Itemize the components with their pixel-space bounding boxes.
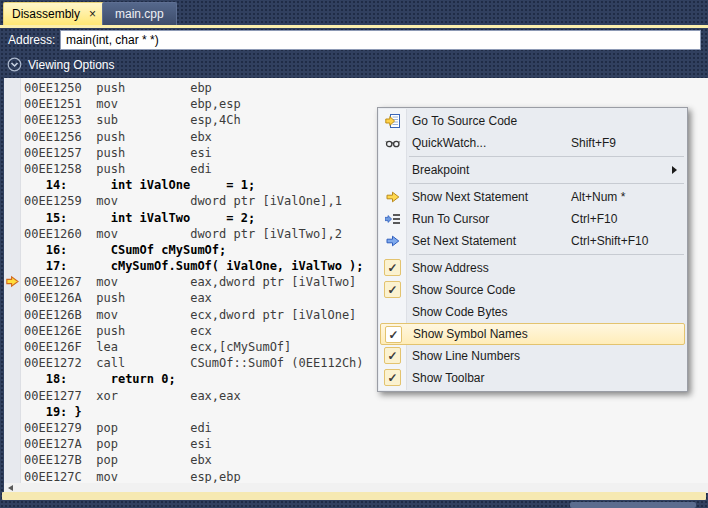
document-tab-bar: Disassembly × main.cpp (0, 0, 708, 25)
source-line: 19: } (24, 404, 364, 420)
viewing-options-header[interactable]: Viewing Options (0, 52, 708, 78)
menu-item-show-line-numbers[interactable]: ✓Show Line Numbers (380, 345, 685, 367)
instruction-pointer-icon (6, 274, 19, 287)
asm-line: 00EE1272 call CSumOf::SumOf (0EE112Ch) (24, 355, 364, 371)
address-input[interactable] (60, 30, 701, 50)
menu-item-show-next-statement[interactable]: Show Next StatementAlt+Num * (380, 186, 685, 208)
menu-item-label: Show Line Numbers (412, 349, 520, 363)
tab-main-cpp[interactable]: main.cpp (102, 2, 177, 25)
asm-line: 00EE126B mov ecx,dword ptr [iValOne] (24, 307, 364, 323)
menu-item-show-symbol-names[interactable]: ✓Show Symbol Names (380, 323, 685, 345)
menu-separator (409, 254, 684, 255)
menu-item-show-code-bytes[interactable]: Show Code Bytes (380, 301, 685, 323)
chevron-down-icon[interactable] (7, 57, 22, 72)
set-next-statement-icon (384, 232, 402, 250)
menu-shortcut: Alt+Num * (571, 190, 625, 204)
menu-shortcut: Ctrl+F10 (571, 212, 617, 226)
checkmark-icon: ✓ (384, 281, 401, 298)
menu-item-breakpoint[interactable]: Breakpoint (380, 159, 685, 181)
menu-item-set-next-statement[interactable]: Set Next StatementCtrl+Shift+F10 (380, 230, 685, 252)
close-icon[interactable]: × (89, 9, 96, 19)
asm-line: 00EE126E push ecx (24, 323, 364, 339)
menu-item-label: Show Address (412, 261, 489, 275)
source-line: 18: return 0; (24, 371, 364, 387)
address-toolbar: Address: (0, 28, 708, 52)
asm-line: 00EE1251 mov ebp,esp (24, 96, 364, 112)
menu-shortcut: Shift+F9 (571, 136, 616, 150)
context-menu: Go To Source CodeQuickWatch...Shift+F9Br… (377, 107, 688, 392)
asm-line: 00EE1267 mov eax,dword ptr [iValTwo] (24, 274, 364, 290)
menu-item-label: QuickWatch... (412, 136, 486, 150)
menu-separator (409, 156, 684, 157)
menu-item-label: Show Next Statement (412, 190, 528, 204)
menu-item-show-source-code[interactable]: ✓Show Source Code (380, 279, 685, 301)
source-line: 14: int iValOne = 1; (24, 177, 364, 193)
scrollbar-thumb[interactable] (2, 492, 706, 500)
tab-label: Disassembly (12, 7, 80, 21)
tab-disassembly[interactable]: Disassembly × (3, 2, 105, 25)
checkmark-icon: ✓ (384, 369, 401, 386)
asm-line: 00EE1260 mov dword ptr [iValTwo],2 (24, 226, 364, 242)
menu-icon-empty (384, 161, 402, 179)
menu-item-label: Show Source Code (412, 283, 515, 297)
show-next-statement-icon (384, 188, 402, 206)
menu-icon-empty (384, 303, 402, 321)
menu-item-show-address[interactable]: ✓Show Address (380, 257, 685, 279)
menu-item-label: Set Next Statement (412, 234, 516, 248)
source-line: 17: cMySumOf.SumOf( iValOne, iValTwo ); (24, 258, 364, 274)
source-line: 15: int iValTwo = 2; (24, 210, 364, 226)
asm-line: 00EE127A pop esi (24, 436, 364, 452)
address-label: Address: (8, 33, 55, 47)
menu-item-label: Show Toolbar (412, 371, 485, 385)
menu-item-label: Run To Cursor (412, 212, 489, 226)
asm-line: 00EE1258 push edi (24, 161, 364, 177)
asm-line: 00EE1257 push esi (24, 145, 364, 161)
menu-separator (409, 183, 684, 184)
menu-item-label: Breakpoint (412, 163, 469, 177)
asm-line: 00EE1250 push ebp (24, 80, 364, 96)
menu-item-run-to-cursor[interactable]: Run To CursorCtrl+F10 (380, 208, 685, 230)
asm-line: 00EE126A push eax (24, 290, 364, 306)
menu-shortcut: Ctrl+Shift+F10 (571, 234, 648, 248)
asm-line: 00EE1279 pop edi (24, 420, 364, 436)
quickwatch-icon (384, 134, 402, 152)
asm-line: 00EE1256 push ebx (24, 129, 364, 145)
scroll-left-arrow-icon[interactable] (8, 485, 13, 491)
window-bottom-bar (570, 502, 696, 508)
context-menu-items: Go To Source CodeQuickWatch...Shift+F9Br… (378, 110, 687, 389)
checkmark-icon: ✓ (384, 347, 401, 364)
menu-item-go-to-source-code[interactable]: Go To Source Code (380, 110, 685, 132)
asm-line: 00EE1277 xor eax,eax (24, 388, 364, 404)
goto-source-icon (384, 112, 402, 130)
menu-item-label: Go To Source Code (412, 114, 517, 128)
menu-item-quickwatch[interactable]: QuickWatch...Shift+F9 (380, 132, 685, 154)
source-line: 16: CSumOf cMySumOf; (24, 242, 364, 258)
viewing-options-label: Viewing Options (28, 58, 115, 72)
asm-line: 00EE1259 mov dword ptr [iValOne],1 (24, 193, 364, 209)
asm-line: 00EE1253 sub esp,4Ch (24, 112, 364, 128)
run-to-cursor-icon (384, 210, 402, 228)
checkmark-icon: ✓ (384, 259, 401, 276)
asm-line: 00EE126F lea ecx,[cMySumOf] (24, 339, 364, 355)
submenu-arrow-icon (672, 166, 677, 174)
asm-line: 00EE127B pop ebx (24, 452, 364, 468)
menu-item-label: Show Code Bytes (412, 305, 507, 319)
menu-item-show-toolbar[interactable]: ✓Show Toolbar (380, 367, 685, 389)
tab-label: main.cpp (115, 7, 164, 21)
code-lines: 00EE1250 push ebp00EE1251 mov ebp,esp00E… (24, 80, 364, 485)
checkmark-icon: ✓ (385, 326, 402, 343)
menu-item-label: Show Symbol Names (413, 327, 528, 341)
